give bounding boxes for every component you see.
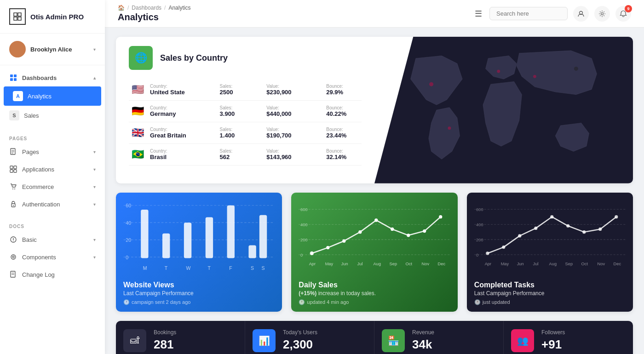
components-label: Components bbox=[22, 254, 89, 261]
followers-value: +91 bbox=[541, 337, 624, 352]
settings-button[interactable] bbox=[594, 6, 610, 22]
svg-point-19 bbox=[14, 188, 15, 189]
daily-sales-footer: 🕐 updated 4 min ago bbox=[299, 299, 450, 305]
svg-text:Jun: Jun bbox=[341, 261, 348, 266]
sales-dollar-value: $190,700 bbox=[266, 132, 305, 139]
table-row: 🇧🇷 Country: Brasil Sales: 562 Value: $14… bbox=[129, 144, 362, 166]
user-profile[interactable]: Brooklyn Alice ▾ bbox=[0, 34, 105, 65]
bounce-value: 40.22% bbox=[326, 110, 359, 117]
svg-rect-46 bbox=[162, 233, 170, 258]
svg-text:Dec: Dec bbox=[438, 261, 446, 266]
svg-point-71 bbox=[375, 218, 378, 222]
svg-text:Sep: Sep bbox=[390, 261, 397, 266]
country-table: 🇺🇸 Country: United State Sales: 2500 Val… bbox=[129, 79, 362, 166]
sidebar-item-pages[interactable]: Pages ▾ bbox=[0, 143, 105, 160]
table-row: 🇺🇸 Country: United State Sales: 2500 Val… bbox=[129, 79, 362, 101]
value-col-label: Value: bbox=[266, 105, 305, 110]
page-title: Analytics bbox=[118, 12, 475, 23]
svg-text:T: T bbox=[207, 265, 211, 271]
applications-icon bbox=[9, 165, 17, 173]
svg-text:200: 200 bbox=[300, 238, 307, 242]
components-icon bbox=[9, 253, 17, 261]
sidebar-item-ecommerce[interactable]: Ecommerce ▾ bbox=[0, 178, 105, 195]
svg-point-18 bbox=[12, 188, 13, 189]
svg-rect-16 bbox=[10, 170, 13, 172]
stats-row: 🛋 Bookings 281 📊 Today's Users 2,300 🏪 R… bbox=[116, 321, 633, 354]
notifications-button[interactable]: 9 bbox=[615, 6, 631, 22]
sales-col-label: Sales: bbox=[220, 84, 246, 89]
daily-sales-title: Daily Sales bbox=[299, 281, 450, 289]
daily-sales-sub-text: increase in today sales. bbox=[316, 290, 376, 297]
svg-point-32 bbox=[429, 82, 433, 86]
sales-by-country-card: 🌐 Sales by Country 🇺🇸 Country: United St… bbox=[116, 37, 633, 183]
svg-text:0: 0 bbox=[126, 255, 128, 260]
sales-dollar-value: $143,960 bbox=[266, 154, 305, 160]
svg-point-67 bbox=[310, 251, 314, 255]
svg-rect-0 bbox=[14, 13, 17, 16]
sidebar-item-analytics[interactable]: A Analytics bbox=[4, 86, 101, 106]
svg-rect-17 bbox=[14, 170, 17, 172]
website-views-chart: 60 40 20 0 M T bbox=[116, 193, 282, 275]
sidebar-item-authentication[interactable]: Authentication ▾ bbox=[0, 195, 105, 213]
country-col-label: Country: bbox=[150, 105, 199, 110]
svg-point-35 bbox=[574, 67, 578, 71]
value-col-label: Value: bbox=[266, 84, 305, 89]
profile-button[interactable] bbox=[573, 6, 589, 22]
daily-sales-card: 600 400 200 0 bbox=[291, 193, 457, 312]
sales-value: 562 bbox=[220, 154, 246, 160]
chevron-down-icon: ▾ bbox=[93, 47, 96, 52]
sidebar-item-sales[interactable]: S Sales bbox=[0, 106, 105, 125]
website-views-subtitle: Last Campaign Performance bbox=[123, 290, 275, 297]
country-name: Great Britain bbox=[150, 132, 199, 139]
changelog-icon bbox=[9, 270, 17, 279]
website-views-footer-text: campaign sent 2 days ago bbox=[132, 299, 190, 305]
daily-sales-info: Daily Sales (+15%) increase in today sal… bbox=[291, 275, 457, 312]
svg-text:Dec: Dec bbox=[613, 261, 621, 266]
country-col-label: Country: bbox=[150, 84, 199, 89]
svg-point-99 bbox=[582, 230, 586, 234]
followers-icon: 👥 bbox=[511, 329, 534, 352]
notification-badge: 9 bbox=[625, 5, 632, 12]
sidebar-item-applications[interactable]: Applications ▾ bbox=[0, 160, 105, 178]
table-row: 🇬🇧 Country: Great Britain Sales: 1.400 V… bbox=[129, 122, 362, 144]
home-icon[interactable]: 🏠 bbox=[118, 5, 125, 11]
pages-icon bbox=[9, 148, 17, 156]
value-col-label: Value: bbox=[266, 148, 305, 154]
breadcrumb-dashboards[interactable]: Dashboards bbox=[132, 5, 161, 11]
svg-text:Apr: Apr bbox=[309, 261, 316, 266]
svg-text:600: 600 bbox=[300, 207, 307, 212]
sidebar-item-dashboards[interactable]: Dashboards ▴ bbox=[0, 69, 105, 86]
daily-sales-subtitle: (+15%) increase in today sales. bbox=[299, 290, 450, 297]
svg-point-68 bbox=[327, 246, 330, 249]
revenue-value: 34k bbox=[412, 337, 494, 352]
svg-point-93 bbox=[486, 251, 489, 255]
svg-rect-3 bbox=[18, 17, 21, 20]
dashboard-icon bbox=[9, 74, 17, 82]
sidebar-section-dashboards: Dashboards ▴ A Analytics S Sales bbox=[0, 65, 105, 129]
components-chevron: ▾ bbox=[93, 255, 96, 260]
svg-text:200: 200 bbox=[476, 238, 483, 242]
svg-rect-6 bbox=[10, 74, 13, 77]
country-col-label: Country: bbox=[150, 127, 199, 132]
sidebar-item-basic[interactable]: Basic ▾ bbox=[0, 231, 105, 248]
analytics-badge: A bbox=[13, 91, 23, 101]
svg-point-34 bbox=[533, 75, 536, 78]
search-input[interactable] bbox=[489, 7, 568, 20]
svg-point-31 bbox=[601, 12, 604, 15]
sales-value: 3.900 bbox=[220, 110, 246, 117]
svg-point-94 bbox=[502, 246, 505, 249]
completed-tasks-chart: 600 400 200 0 bbox=[467, 193, 633, 275]
svg-point-97 bbox=[550, 215, 553, 218]
table-row: 🇩🇪 Country: Germany Sales: 3.900 Value: … bbox=[129, 101, 362, 122]
svg-text:Oct: Oct bbox=[406, 261, 413, 266]
sidebar-item-components[interactable]: Components ▾ bbox=[0, 248, 105, 266]
bookings-label: Bookings bbox=[154, 329, 236, 336]
followers-label: Followers bbox=[541, 329, 624, 336]
svg-rect-9 bbox=[14, 78, 17, 81]
sidebar-item-changelog[interactable]: Change Log bbox=[0, 266, 105, 283]
svg-text:0: 0 bbox=[300, 253, 303, 257]
svg-text:Jul: Jul bbox=[357, 261, 363, 266]
svg-point-26 bbox=[12, 256, 14, 258]
menu-icon[interactable]: ☰ bbox=[475, 9, 482, 19]
sales-value: 2500 bbox=[220, 89, 246, 96]
